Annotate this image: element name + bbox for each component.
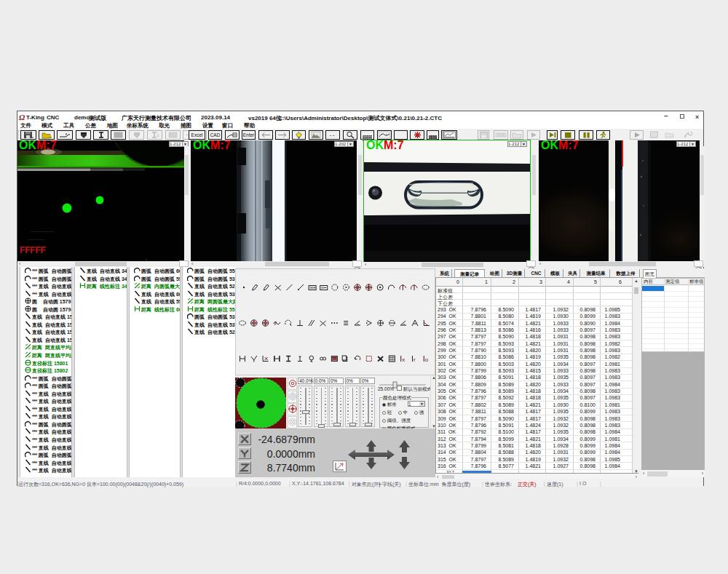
svg-text:x: x bbox=[402, 356, 405, 363]
svg-text:r: r bbox=[414, 356, 416, 363]
svg-text:FFFFF: FFFFF bbox=[20, 245, 47, 255]
svg-text:o: o bbox=[425, 356, 429, 363]
